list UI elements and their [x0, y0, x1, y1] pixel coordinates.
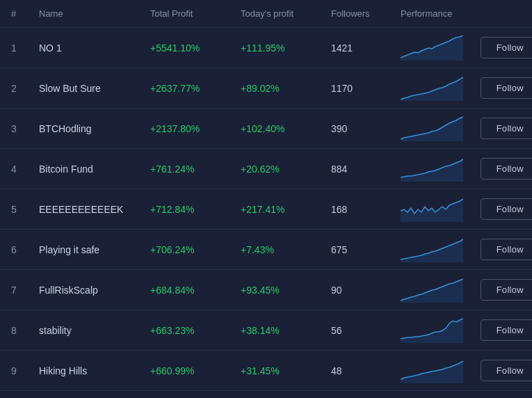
name-cell: FullRiskScalp	[39, 285, 150, 296]
action-cell: Follow	[463, 118, 532, 139]
action-cell: Follow	[463, 239, 532, 260]
performance-cell	[401, 237, 463, 262]
total-profit-cell: +712.84%	[150, 204, 241, 215]
svg-marker-2	[401, 117, 463, 141]
performance-cell	[401, 358, 463, 383]
name-cell: NO 1	[39, 42, 150, 54]
name-cell: Playing it safe	[39, 244, 150, 255]
name-cell: Bitcoin Fund	[39, 164, 150, 175]
svg-marker-4	[401, 199, 463, 222]
performance-cell	[401, 116, 463, 141]
rank-cell: 3	[11, 123, 39, 134]
performance-cell	[401, 157, 463, 182]
followers-cell: 390	[331, 123, 401, 134]
followers-cell: 168	[331, 204, 401, 215]
rank-cell: 9	[11, 365, 39, 376]
followers-cell: 90	[331, 285, 401, 296]
today-profit-cell: +93.45%	[241, 285, 331, 296]
today-profit-cell: +102.40%	[241, 123, 331, 134]
svg-marker-7	[401, 319, 463, 343]
table-row: 7 FullRiskScalp +684.84% +93.45% 90 Foll…	[0, 270, 532, 310]
follow-button[interactable]: Follow	[481, 360, 532, 381]
follow-button[interactable]: Follow	[481, 239, 532, 260]
followers-cell: 675	[331, 244, 401, 255]
performance-cell	[401, 197, 463, 222]
rank-cell: 4	[11, 164, 39, 175]
follow-button[interactable]: Follow	[481, 198, 532, 220]
rank-cell: 6	[11, 244, 39, 255]
total-profit-cell: +5541.10%	[150, 42, 241, 54]
table-row: 6 Playing it safe +706.24% +7.43% 675 Fo…	[0, 230, 532, 270]
total-profit-cell: +2137.80%	[150, 123, 241, 134]
leaderboard-table: # Name Total Profit Today's profit Follo…	[0, 0, 532, 391]
follow-button[interactable]: Follow	[481, 77, 532, 99]
total-profit-cell: +663.23%	[150, 325, 241, 336]
today-profit-cell: +20.62%	[241, 164, 331, 175]
follow-button[interactable]: Follow	[481, 279, 532, 301]
table-row: 1 NO 1 +5541.10% +111.95% 1421 Follow	[0, 28, 532, 68]
table-row: 9 Hiking Hills +660.99% +31.45% 48 Follo…	[0, 351, 532, 391]
performance-cell	[401, 318, 463, 343]
followers-cell: 1421	[331, 42, 401, 54]
table-row: 5 EEEEEEEEEEEEK +712.84% +217.41% 168 Fo…	[0, 189, 532, 230]
follow-button[interactable]: Follow	[481, 319, 532, 341]
performance-cell	[401, 278, 463, 303]
header-performance: Performance	[401, 8, 452, 19]
svg-marker-3	[401, 159, 463, 182]
rank-cell: 5	[11, 204, 39, 215]
total-profit-cell: +761.24%	[150, 164, 241, 175]
table-row: 3 BTCHodling +2137.80% +102.40% 390 Foll…	[0, 109, 532, 149]
svg-marker-5	[401, 239, 463, 262]
name-cell: Hiking Hills	[39, 365, 150, 376]
action-cell: Follow	[463, 158, 532, 180]
table-row: 4 Bitcoin Fund +761.24% +20.62% 884 Foll…	[0, 149, 532, 189]
today-profit-cell: +38.14%	[241, 325, 331, 336]
performance-cell	[401, 35, 463, 61]
table-header: # Name Total Profit Today's profit Follo…	[0, 0, 532, 28]
total-profit-cell: +684.84%	[150, 285, 241, 296]
name-cell: BTCHodling	[39, 123, 150, 134]
rank-cell: 2	[11, 83, 39, 94]
follow-button[interactable]: Follow	[481, 37, 532, 58]
svg-marker-0	[401, 35, 463, 61]
header-followers: Followers	[331, 8, 401, 19]
action-cell: Follow	[463, 279, 532, 301]
total-profit-cell: +2637.77%	[150, 83, 241, 94]
rank-cell: 7	[11, 285, 39, 296]
rank-cell: 8	[11, 325, 39, 336]
total-profit-cell: +660.99%	[150, 365, 241, 376]
table-body: 1 NO 1 +5541.10% +111.95% 1421 Follow 2 …	[0, 28, 532, 391]
header-name: Name	[39, 8, 150, 19]
rank-cell: 1	[11, 42, 39, 54]
header-today-profit: Today's profit	[241, 8, 331, 19]
header-rank: #	[11, 8, 39, 19]
today-profit-cell: +31.45%	[241, 365, 331, 376]
followers-cell: 48	[331, 365, 401, 376]
followers-cell: 1170	[331, 83, 401, 94]
svg-marker-8	[401, 361, 463, 383]
table-row: 2 Slow But Sure +2637.77% +89.02% 1170 F…	[0, 68, 532, 109]
action-cell: Follow	[463, 198, 532, 220]
svg-marker-1	[401, 77, 463, 101]
performance-cell	[401, 76, 463, 101]
followers-cell: 884	[331, 164, 401, 175]
name-cell: Slow But Sure	[39, 83, 150, 94]
today-profit-cell: +111.95%	[241, 42, 331, 54]
followers-cell: 56	[331, 325, 401, 336]
follow-button[interactable]: Follow	[481, 158, 532, 180]
follow-button[interactable]: Follow	[481, 118, 532, 139]
total-profit-cell: +706.24%	[150, 244, 241, 255]
today-profit-cell: +89.02%	[241, 83, 331, 94]
today-profit-cell: +217.41%	[241, 204, 331, 215]
name-cell: EEEEEEEEEEEEK	[39, 204, 150, 215]
name-cell: stability	[39, 325, 150, 336]
header-total-profit: Total Profit	[150, 8, 241, 19]
table-row: 8 stability +663.23% +38.14% 56 Follow	[0, 310, 532, 351]
action-cell: Follow	[463, 319, 532, 341]
action-cell: Follow	[463, 77, 532, 99]
action-cell: Follow	[463, 360, 532, 381]
action-cell: Follow	[463, 37, 532, 58]
header-action	[452, 8, 529, 19]
today-profit-cell: +7.43%	[241, 244, 331, 255]
